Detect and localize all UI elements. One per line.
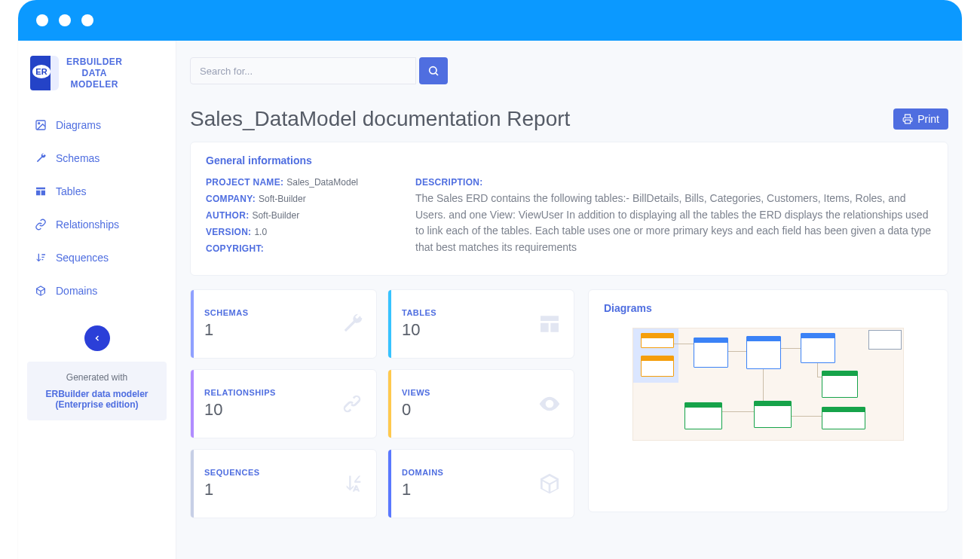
search-group: [190, 57, 448, 84]
stat-card-views[interactable]: VIEWS 0: [387, 369, 574, 438]
sidebar-item-diagrams[interactable]: Diagrams: [18, 108, 176, 142]
stat-card-tables[interactable]: TABLES 10: [387, 289, 574, 359]
top-row: [190, 41, 948, 93]
sidebar-item-schemas[interactable]: Schemas: [18, 142, 176, 175]
cube-icon: [35, 285, 47, 297]
sort-az-icon: [343, 473, 364, 494]
panel-title: General informations: [206, 154, 933, 166]
page-heading-row: Sales_DataModel documentation Report Pri…: [190, 107, 948, 131]
sidebar-item-sequences[interactable]: Sequences: [18, 241, 176, 274]
brand: ER ERBUILDER DATA MODELER: [18, 56, 176, 104]
table-icon: [35, 185, 47, 197]
sidebar-item-label: Domains: [56, 285, 97, 297]
sidebar-item-label: Sequences: [56, 252, 109, 264]
svg-line-3: [436, 73, 438, 75]
window-dot: [81, 14, 93, 26]
window-titlebar: [18, 0, 962, 41]
sidebar-item-label: Tables: [56, 185, 86, 197]
diagrams-panel: Diagrams: [588, 289, 948, 512]
image-icon: [35, 119, 47, 131]
sidebar-nav: Diagrams Schemas Tables: [18, 104, 176, 312]
page-title: Sales_DataModel documentation Report: [190, 107, 570, 131]
window-dot: [59, 14, 71, 26]
sidebar-item-label: Schemas: [56, 152, 100, 164]
brand-logo: ER: [30, 56, 59, 90]
wrench-icon: [340, 312, 364, 336]
svg-point-2: [430, 67, 436, 74]
stat-card-sequences[interactable]: SEQUENCES 1: [190, 449, 377, 518]
link-icon: [340, 392, 364, 416]
table-icon: [537, 312, 562, 336]
chevron-left-icon: [93, 334, 102, 343]
printer-icon: [902, 114, 913, 124]
brand-title: ERBUILDER DATA MODELER: [66, 57, 123, 90]
panel-title: Diagrams: [604, 302, 933, 314]
svg-rect-4: [905, 120, 911, 124]
general-info-description: DESCRIPTION: The Sales ERD contains the …: [415, 177, 933, 260]
diagram-thumbnail[interactable]: [632, 328, 904, 441]
window-dot: [36, 14, 48, 26]
cube-icon: [537, 472, 562, 496]
stats-cards: SCHEMAS 1 TABLES 10 RELATIONSHIP: [190, 289, 574, 518]
sidebar-item-label: Relationships: [56, 218, 119, 231]
sidebar-item-tables[interactable]: Tables: [18, 175, 176, 208]
sidebar-item-label: Diagrams: [56, 119, 101, 131]
general-info-panel: General informations PROJECT NAME:Sales_…: [190, 142, 948, 276]
svg-point-1: [38, 123, 40, 124]
search-button[interactable]: [419, 57, 448, 84]
link-icon: [35, 218, 47, 231]
search-input[interactable]: [190, 57, 416, 84]
card-accent: [388, 370, 391, 438]
main-content: Sales_DataModel documentation Report Pri…: [176, 41, 962, 559]
app-window: ER ERBUILDER DATA MODELER Diagrams: [18, 0, 962, 559]
stat-card-relationships[interactable]: RELATIONSHIPS 10: [190, 369, 377, 438]
print-button[interactable]: Print: [893, 108, 948, 130]
sidebar-item-domains[interactable]: Domains: [18, 274, 176, 307]
eye-icon: [537, 392, 562, 416]
generated-with-box: Generated with ERBuilder data modeler(En…: [27, 362, 167, 420]
stat-card-domains[interactable]: DOMAINS 1: [387, 449, 574, 518]
sidebar: ER ERBUILDER DATA MODELER Diagrams: [18, 41, 176, 559]
search-icon: [427, 65, 439, 77]
sort-icon: [35, 252, 47, 264]
sidebar-item-relationships[interactable]: Relationships: [18, 208, 176, 241]
card-accent: [388, 450, 391, 518]
card-accent: [191, 450, 194, 518]
card-accent: [191, 370, 194, 438]
stat-card-schemas[interactable]: SCHEMAS 1: [190, 289, 377, 359]
card-accent: [388, 290, 391, 358]
wrench-icon: [35, 152, 47, 164]
general-info-left: PROJECT NAME:Sales_DataModel COMPANY:Sof…: [206, 177, 394, 260]
card-accent: [191, 290, 194, 358]
sidebar-collapse-button[interactable]: [84, 325, 110, 351]
